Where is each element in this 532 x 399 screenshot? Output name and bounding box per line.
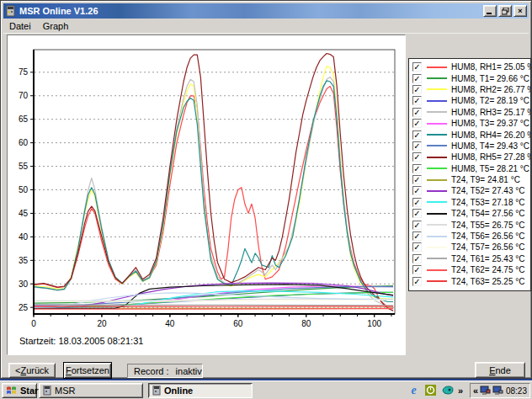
chart-legend: ✓HUM8, RH1= 25.05 %✓HUM8, T1= 29.66 °C✓H… xyxy=(408,58,531,291)
svg-text:60: 60 xyxy=(233,319,243,328)
legend-row: ✓T24, T53= 27.18 °C xyxy=(409,197,530,208)
scheduler-icon[interactable] xyxy=(424,384,437,396)
taskbar-button-msr[interactable]: MSR xyxy=(39,383,143,398)
online-app-icon xyxy=(152,386,161,396)
legend-label: T24, T52= 27.43 °C xyxy=(451,186,524,195)
svg-text:75: 75 xyxy=(19,67,29,77)
legend-line-sample xyxy=(427,111,447,113)
legend-row: ✓T24, T56= 26.56 °C xyxy=(409,231,530,242)
overflow-chevron[interactable]: » xyxy=(458,386,463,396)
window-title: MSR Online V1.26 xyxy=(19,6,98,16)
restore-button[interactable] xyxy=(498,5,512,17)
legend-checkbox[interactable]: ✓ xyxy=(412,175,422,184)
legend-label: T24, T61= 25.43 °C xyxy=(451,254,524,263)
line-chart: 2530354045505560657075020406080100 xyxy=(8,35,405,332)
minimize-button[interactable] xyxy=(483,5,497,17)
legend-line-sample xyxy=(427,157,447,158)
svg-text:0: 0 xyxy=(31,319,36,328)
legend-row: ✓T24, T52= 27.43 °C xyxy=(409,185,530,196)
legend-checkbox[interactable]: ✓ xyxy=(412,119,422,128)
legend-line-sample xyxy=(427,224,447,226)
network-computer-icon[interactable] xyxy=(492,386,503,396)
menu-graph[interactable]: Graph xyxy=(37,19,75,33)
legend-label: T24, T63= 25.25 °C xyxy=(451,277,524,286)
legend-checkbox[interactable]: ✓ xyxy=(412,96,422,105)
legend-line-sample xyxy=(427,213,447,215)
legend-label: T24, T56= 26.56 °C xyxy=(451,231,524,241)
tray-chevron[interactable]: « xyxy=(473,386,478,396)
legend-checkbox[interactable]: ✓ xyxy=(412,198,422,207)
legend-row: ✓HUM8, RH5= 27.28 % xyxy=(409,152,530,162)
legend-checkbox[interactable]: ✓ xyxy=(412,209,422,218)
legend-checkbox[interactable]: ✓ xyxy=(412,141,422,151)
screen: { "window": { "title": "MSR Online V1.26… xyxy=(0,0,532,399)
network-computer-icon[interactable] xyxy=(480,386,491,396)
legend-row: ✓HUM8, T3= 29.37 °C xyxy=(409,118,530,129)
legend-checkbox[interactable]: ✓ xyxy=(412,221,422,230)
record-value: inaktiv xyxy=(176,366,202,376)
svg-text:40: 40 xyxy=(19,232,29,242)
legend-checkbox[interactable]: ✓ xyxy=(412,242,422,252)
chart-panel: 2530354045505560657075020406080100 Start… xyxy=(7,35,406,355)
legend-checkbox[interactable]: ✓ xyxy=(412,130,422,140)
legend-checkbox[interactable]: ✓ xyxy=(412,74,422,83)
legend-label: HUM8, RH2= 26.77 % xyxy=(451,85,531,94)
legend-row: ✓HUM8, T1= 29.66 °C xyxy=(409,72,530,83)
legend-checkbox[interactable]: ✓ xyxy=(412,231,422,241)
taskbar: Start MSR Online e » « 08:23 xyxy=(0,380,532,399)
legend-checkbox[interactable]: ✓ xyxy=(412,152,422,162)
legend-label: T24, T62= 24.75 °C xyxy=(451,265,524,274)
legend-checkbox[interactable]: ✓ xyxy=(412,277,422,286)
taskbar-button-online[interactable]: Online xyxy=(148,383,253,398)
legend-label: HUM8, T4= 29.43 °C xyxy=(451,141,529,151)
legend-row: ✓T24, T63= 25.25 °C xyxy=(409,275,530,286)
legend-row: ✓T24, T61= 25.43 °C xyxy=(409,253,530,264)
app-icon xyxy=(5,5,16,17)
svg-text:50: 50 xyxy=(19,185,29,194)
legend-checkbox[interactable]: ✓ xyxy=(412,62,422,72)
ende-button[interactable]: Ende xyxy=(475,362,525,378)
titlebar: MSR Online V1.26 × xyxy=(3,3,529,19)
legend-label: T24, T55= 26.75 °C xyxy=(451,221,524,230)
legend-row: ✓HUM8, T5= 28.21 °C xyxy=(409,163,530,174)
legend-row: ✓HUM8, T4= 29.43 °C xyxy=(409,141,530,152)
app-window: MSR Online V1.26 × Datei Graph 253035404… xyxy=(0,0,532,379)
legend-line-sample xyxy=(427,269,447,271)
pointer-icon[interactable] xyxy=(441,384,454,396)
legend-label: HUM8, RH5= 27.28 % xyxy=(451,152,531,162)
legend-label: HUM8, RH1= 25.05 % xyxy=(451,62,531,72)
legend-label: HUM8, RH4= 26.20 % xyxy=(451,130,531,140)
legend-row: ✓HUM8, RH1= 25.05 % xyxy=(409,61,530,72)
legend-label: T24, T9= 24.81 °C xyxy=(451,175,520,184)
legend-line-sample xyxy=(427,134,447,136)
msr-app-icon xyxy=(43,386,51,396)
legend-checkbox[interactable]: ✓ xyxy=(412,186,422,195)
svg-text:20: 20 xyxy=(97,319,107,328)
fortsetzen-button[interactable]: Fortsetzen xyxy=(63,362,112,379)
legend-label: HUM8, RH3= 25.17 % xyxy=(451,108,531,117)
zurueck-button[interactable]: < Zurück xyxy=(8,363,56,378)
svg-text:60: 60 xyxy=(19,138,29,147)
legend-checkbox[interactable]: ✓ xyxy=(412,164,422,173)
close-button[interactable]: × xyxy=(513,5,527,17)
legend-row: ✓HUM8, RH3= 25.17 % xyxy=(409,107,530,118)
svg-text:65: 65 xyxy=(19,114,29,124)
legend-row: ✓T24, T54= 27.56 °C xyxy=(409,208,530,219)
start-button[interactable]: Start xyxy=(2,383,37,398)
legend-row: ✓T24, T9= 24.81 °C xyxy=(409,174,530,185)
svg-text:55: 55 xyxy=(19,162,29,171)
legend-line-sample xyxy=(427,66,447,68)
record-status-panel: Record : inaktiv xyxy=(127,364,203,378)
legend-checkbox[interactable]: ✓ xyxy=(412,108,422,117)
menu-datei[interactable]: Datei xyxy=(3,19,37,33)
startzeit-label: Startzeit: 18.03.2005 08:21:31 xyxy=(19,336,143,346)
windows-flag-icon xyxy=(6,386,17,396)
internet-explorer-icon[interactable]: e xyxy=(407,384,420,396)
legend-row: ✓HUM8, RH2= 26.77 % xyxy=(409,84,530,95)
legend-checkbox[interactable]: ✓ xyxy=(412,254,422,263)
legend-line-sample xyxy=(427,236,447,237)
legend-checkbox[interactable]: ✓ xyxy=(412,265,422,274)
taskbar-clock: 08:23 xyxy=(506,386,527,396)
legend-label: HUM8, T2= 28.19 °C xyxy=(451,96,529,105)
legend-checkbox[interactable]: ✓ xyxy=(412,85,422,94)
